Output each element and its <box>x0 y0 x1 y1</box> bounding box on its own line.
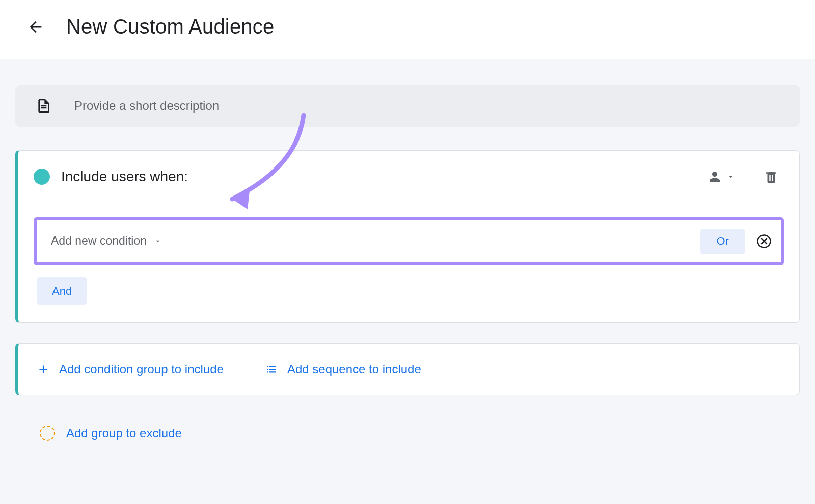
include-card-header: Include users when: <box>18 151 799 203</box>
separator <box>751 165 751 188</box>
page-header: New Custom Audience <box>0 0 815 59</box>
caret-down-icon <box>726 172 736 181</box>
document-icon <box>36 98 52 114</box>
include-card-header-right <box>704 165 779 188</box>
back-button[interactable] <box>25 17 46 37</box>
add-exclude-group-row: Add group to exclude <box>15 426 800 441</box>
include-condition-card: Include users when: <box>15 150 800 323</box>
add-condition-dropdown[interactable]: Add new condition <box>46 231 183 252</box>
body-area: Provide a short description Include user… <box>0 59 815 504</box>
and-button[interactable]: And <box>37 277 87 305</box>
separator <box>244 358 244 380</box>
page-title: New Custom Audience <box>66 15 274 38</box>
add-sequence-button[interactable]: Add sequence to include <box>265 362 421 376</box>
close-circle-icon <box>756 234 772 249</box>
include-indicator-dot <box>34 169 50 185</box>
delete-group-button[interactable] <box>764 169 779 184</box>
description-placeholder: Provide a short description <box>74 99 219 113</box>
plus-icon <box>37 362 50 376</box>
user-icon <box>707 169 722 184</box>
caret-down-icon <box>154 237 162 245</box>
add-exclude-group-button[interactable]: Add group to exclude <box>66 426 182 440</box>
include-title: Include users when: <box>61 169 188 185</box>
add-include-actions-card: Add condition group to include Add seque… <box>15 343 800 395</box>
add-condition-group-label: Add condition group to include <box>59 362 224 376</box>
description-card[interactable]: Provide a short description <box>15 85 800 127</box>
sequence-icon <box>265 362 278 376</box>
add-sequence-label: Add sequence to include <box>287 362 421 376</box>
condition-scope-dropdown[interactable] <box>704 167 739 186</box>
trash-icon <box>764 169 779 184</box>
condition-row: Add new condition Or <box>34 217 784 265</box>
arrow-left-icon <box>27 18 44 36</box>
dashed-circle-icon <box>40 426 55 441</box>
include-card-header-left: Include users when: <box>34 169 188 185</box>
or-button[interactable]: Or <box>700 229 745 254</box>
add-condition-group-button[interactable]: Add condition group to include <box>37 362 224 376</box>
remove-condition-button[interactable] <box>756 234 772 249</box>
add-condition-label: Add new condition <box>51 234 147 249</box>
